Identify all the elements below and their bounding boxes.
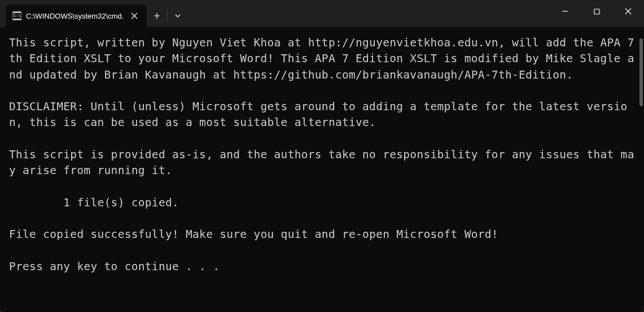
tab-cmd[interactable]: C:\ C:\WINDOWS\system32\cmd. <box>6 5 147 27</box>
tabs-area: C:\ C:\WINDOWS\system32\cmd. <box>0 0 147 27</box>
titlebar: C:\ C:\WINDOWS\system32\cmd. <box>0 0 644 27</box>
window-controls <box>549 0 644 23</box>
maximize-button[interactable] <box>581 0 612 23</box>
terminal-line: This script, written by Nguyen Viet Khoa… <box>9 36 634 81</box>
terminal-line: DISCLAIMER: Until (unless) Microsoft get… <box>9 100 628 129</box>
tab-close-button[interactable] <box>129 10 140 21</box>
tab-dropdown-button[interactable] <box>168 6 188 26</box>
cmd-icon: C:\ <box>12 11 21 20</box>
terminal-output[interactable]: This script, written by Nguyen Viet Khoa… <box>0 27 644 312</box>
minimize-button[interactable] <box>549 0 581 23</box>
svg-text:C:\: C:\ <box>14 14 21 18</box>
close-button[interactable] <box>612 0 644 23</box>
svg-rect-2 <box>594 9 599 14</box>
terminal-line: This script is provided as-is, and the a… <box>9 148 634 177</box>
terminal-line: 1 file(s) copied. <box>9 196 179 209</box>
tab-title: C:\WINDOWS\system32\cmd. <box>26 12 124 20</box>
scrollbar[interactable] <box>639 38 643 106</box>
tab-actions <box>147 5 188 27</box>
terminal-line: Press any key to continue . . . <box>9 260 220 273</box>
new-tab-button[interactable] <box>147 6 167 26</box>
terminal-line: File copied successfully! Make sure you … <box>9 228 498 241</box>
